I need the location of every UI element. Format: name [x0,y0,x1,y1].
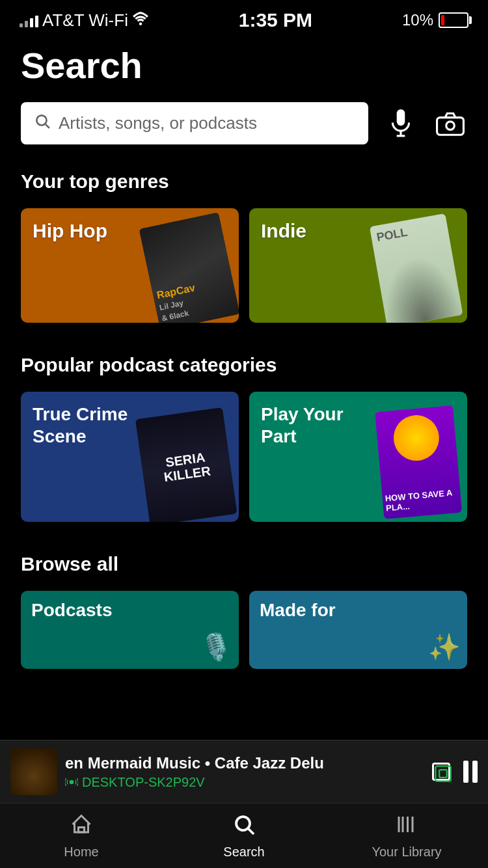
search-placeholder: Artists, songs, or podcasts [59,113,355,133]
podcast-play-your-part-label: Play YourPart [261,403,344,447]
svg-rect-10 [439,770,447,778]
nav-item-library[interactable]: Your Library [325,806,488,866]
genre-indie-label: Indie [261,220,306,242]
genre-card-hip-hop[interactable]: Hip Hop RapCavLil Jay& 6lack [21,208,239,323]
battery-percent: 10% [402,11,433,29]
now-playing-title: en Mermaid Music • Cafe Jazz Delu [65,754,424,772]
search-bar-row: Artists, songs, or podcasts [21,102,467,144]
nav-item-home[interactable]: Home [0,806,163,866]
bottom-nav: Home Search Your Library [0,803,488,868]
svg-line-13 [249,828,254,834]
svg-point-7 [446,121,455,129]
podcast-card-play-your-part[interactable]: Play YourPart HOW TO SAVE A PLA... [249,392,467,522]
now-playing-device: DESKTOP-SK2P92V [65,775,424,790]
wifi-icon [132,11,149,29]
signal-icon [20,13,38,27]
svg-point-12 [236,817,250,830]
podcast-card-true-crime[interactable]: True CrimeScene SERIAKILLER [21,392,239,522]
now-playing-info: en Mermaid Music • Cafe Jazz Delu DESKTO… [65,754,424,790]
browse-grid: Podcasts 🎙️ Made for ✨ [21,591,467,669]
browse-card-podcasts[interactable]: Podcasts 🎙️ [21,591,239,669]
browse-made-for-label: Made for [260,600,336,621]
podcast-categories-title: Popular podcast categories [21,354,467,376]
svg-rect-6 [437,117,464,135]
search-nav-label: Search [223,845,264,860]
browse-podcasts-label: Podcasts [31,600,113,621]
podcast-grid: True CrimeScene SERIAKILLER Play YourPar… [21,392,467,522]
svg-rect-3 [397,109,405,126]
genre-grid: Hip Hop RapCavLil Jay& 6lack Indie POLL [21,208,467,323]
carrier-label: AT&T Wi-Fi [42,10,128,31]
made-for-icon: ✨ [428,632,461,662]
genre-card-indie[interactable]: Indie POLL [249,208,467,323]
now-playing-bar[interactable]: en Mermaid Music • Cafe Jazz Delu DESKTO… [0,740,488,803]
podcasts-icon: 🎙️ [200,632,232,662]
svg-point-1 [36,115,46,125]
nav-item-search[interactable]: Search [163,806,325,866]
home-icon [70,813,93,841]
search-nav-icon [232,813,256,841]
podcast-true-crime-label: True CrimeScene [33,403,128,447]
page-title: Search [21,44,467,87]
browse-card-made-for[interactable]: Made for ✨ [249,591,467,669]
status-left: AT&T Wi-Fi [20,10,149,31]
svg-line-2 [46,124,49,128]
genre-hip-hop-label: Hip Hop [33,220,107,242]
top-genres-title: Your top genres [21,170,467,193]
status-bar: AT&T Wi-Fi 1:35 PM 10% [0,0,488,38]
now-playing-thumbnail [10,748,57,795]
pause-bar-right [472,761,478,783]
svg-point-0 [139,23,142,25]
camera-button[interactable] [433,107,467,141]
status-right: 10% [402,11,468,29]
mic-button[interactable] [384,107,418,141]
now-playing-controls [432,761,478,783]
home-label: Home [64,845,98,860]
svg-rect-11 [79,827,85,832]
browse-all-title: Browse all [21,553,467,575]
cast-button[interactable] [432,763,450,781]
svg-point-8 [70,780,74,785]
device-name: DESKTOP-SK2P92V [82,775,205,790]
library-label: Your Library [372,845,441,860]
main-content: Search Artists, songs, or podcasts [0,38,488,669]
search-icon [34,113,51,134]
battery-icon [439,12,468,28]
pause-bar-left [463,761,468,783]
time-display: 1:35 PM [239,9,312,31]
svg-rect-9 [435,766,450,781]
pause-button[interactable] [463,761,478,783]
search-input-container[interactable]: Artists, songs, or podcasts [21,102,368,144]
library-icon [395,813,418,841]
